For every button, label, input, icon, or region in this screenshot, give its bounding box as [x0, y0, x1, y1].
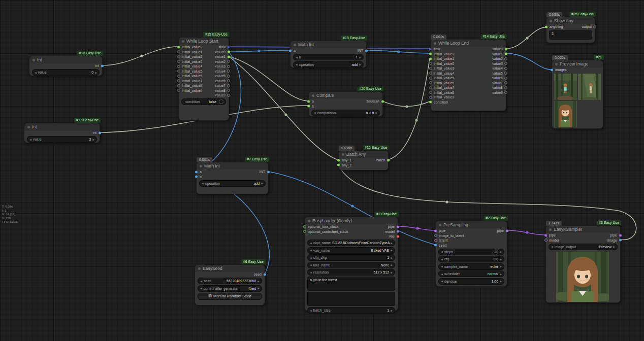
- node-int-18[interactable]: #18 Easy Use Int int ◀value0▶: [29, 56, 103, 76]
- output-port[interactable]: [504, 86, 507, 89]
- node-title-bar[interactable]: Preview Image: [552, 60, 603, 67]
- node-title-bar[interactable]: EasyKSampler: [546, 226, 620, 233]
- decrement-arrow-icon[interactable]: ◀: [310, 309, 312, 312]
- decrement-arrow-icon[interactable]: ◀: [441, 250, 443, 253]
- pipe-output-port[interactable]: [619, 234, 622, 236]
- model-input-port[interactable]: [544, 238, 548, 242]
- output-port[interactable]: [504, 62, 507, 65]
- increment-arrow-icon[interactable]: ▶: [391, 256, 393, 259]
- output-port[interactable]: [267, 170, 270, 173]
- prev-arrow-icon[interactable]: ◀: [551, 245, 553, 248]
- input-port[interactable]: [177, 79, 180, 82]
- seed-widget[interactable]: ◀seed553704893723058▶: [198, 278, 262, 284]
- node-batch-any[interactable]: 0.016s #16 Easy-Use Batch Any any_1batch…: [338, 150, 389, 170]
- node-math-int-19[interactable]: #19 Easy-Use Math Int aINT ◀b1▶ ◀operati…: [290, 41, 367, 68]
- collapse-icon[interactable]: [555, 63, 558, 65]
- input-port[interactable]: [429, 77, 432, 80]
- input-port[interactable]: [177, 60, 180, 63]
- increment-arrow-icon[interactable]: ▶: [391, 309, 393, 312]
- next-arrow-icon[interactable]: ▶: [375, 111, 377, 114]
- seed-input-port[interactable]: [434, 244, 437, 247]
- node-easy-seed[interactable]: #6 Easy-Use EasySeed seed ◀seed553704893…: [195, 264, 265, 305]
- pipe-input-port[interactable]: [434, 229, 437, 232]
- positive-prompt-textarea[interactable]: a girl in the forest: [307, 277, 395, 291]
- input-port[interactable]: [429, 62, 432, 65]
- node-pre-sampling[interactable]: #2 Easy Use PreSampling pipepipe image_t…: [435, 221, 507, 287]
- input-port[interactable]: [177, 46, 180, 48]
- cfg-widget[interactable]: ◀cfg8.0▶: [438, 256, 504, 262]
- output-port[interactable]: [504, 57, 507, 60]
- collapse-icon[interactable]: [198, 267, 201, 270]
- value-widget[interactable]: ◀value0▶: [32, 69, 100, 76]
- output-port[interactable]: [504, 72, 507, 75]
- node-title-bar[interactable]: While Loop End: [431, 40, 506, 47]
- prev-arrow-icon[interactable]: ◀: [314, 111, 316, 114]
- output-port[interactable]: [593, 25, 596, 28]
- sampler-name-widget[interactable]: ◀sampler_nameeuler▶: [438, 263, 504, 270]
- node-title-bar[interactable]: Math Int: [197, 162, 268, 169]
- decrement-arrow-icon[interactable]: ◀: [200, 280, 202, 283]
- next-arrow-icon[interactable]: ▶: [391, 249, 393, 252]
- input-port[interactable]: [195, 170, 198, 173]
- input-port[interactable]: [337, 159, 340, 161]
- vae-output-port[interactable]: [397, 235, 399, 237]
- input-port[interactable]: [289, 49, 292, 52]
- collapse-icon[interactable]: [33, 59, 35, 61]
- next-arrow-icon[interactable]: ▶: [391, 242, 393, 245]
- value-widget[interactable]: ◀value3▶: [27, 136, 97, 143]
- input-port[interactable]: [307, 105, 310, 108]
- input-port[interactable]: [177, 75, 180, 78]
- operation-widget[interactable]: ◀operationadd▶: [293, 61, 364, 68]
- input-port[interactable]: [307, 100, 310, 103]
- node-compare[interactable]: #20 Easy Use Compare aboolean b ◀compari…: [308, 91, 383, 117]
- pipe-output-port[interactable]: [397, 225, 399, 228]
- input-port[interactable]: [177, 50, 180, 53]
- input-port[interactable]: [434, 239, 437, 242]
- output-port[interactable]: [381, 100, 384, 103]
- collapse-icon[interactable]: [200, 165, 202, 167]
- collapse-icon[interactable]: [27, 126, 30, 128]
- input-port[interactable]: [337, 164, 340, 166]
- output-port[interactable]: [227, 89, 230, 92]
- increment-arrow-icon[interactable]: ▶: [359, 56, 361, 59]
- ckpt-name-widget[interactable]: ◀ckpt_nameSD1\2.5D\disneyPixarCartoonTyp…: [307, 240, 395, 246]
- node-preview-image[interactable]: 0.065s #21 Preview Image images: [552, 60, 603, 129]
- increment-arrow-icon[interactable]: ▶: [95, 71, 97, 74]
- increment-arrow-icon[interactable]: ▶: [500, 280, 502, 283]
- input-port[interactable]: [429, 96, 432, 99]
- output-port[interactable]: [387, 159, 390, 161]
- input-port[interactable]: [303, 225, 306, 228]
- pipe-output-port[interactable]: [506, 229, 508, 232]
- model-output-port[interactable]: [397, 230, 399, 233]
- next-arrow-icon[interactable]: ▶: [391, 271, 393, 274]
- next-arrow-icon[interactable]: ▶: [359, 63, 361, 66]
- batch-size-widget[interactable]: ◀batch_size1▶: [307, 307, 395, 314]
- next-arrow-icon[interactable]: ▶: [391, 263, 393, 266]
- output-port[interactable]: [227, 79, 230, 82]
- clip-skip-widget[interactable]: ◀clip_skip-1▶: [307, 254, 395, 261]
- node-title-bar[interactable]: Compare: [309, 92, 382, 99]
- input-port[interactable]: [429, 57, 432, 60]
- decrement-arrow-icon[interactable]: ◀: [296, 56, 298, 59]
- collapse-icon[interactable]: [434, 42, 436, 45]
- collapse-icon[interactable]: [308, 220, 310, 222]
- output-port[interactable]: [227, 60, 230, 63]
- collapse-icon[interactable]: [312, 94, 314, 97]
- input-port[interactable]: [545, 25, 548, 28]
- denoise-widget[interactable]: ◀denoise1.00▶: [438, 278, 504, 285]
- decrement-arrow-icon[interactable]: ◀: [310, 256, 312, 259]
- increment-arrow-icon[interactable]: ▶: [500, 250, 502, 253]
- image-output-widget[interactable]: ◀image_outputPreview▶: [549, 244, 618, 250]
- node-title-bar[interactable]: Show Any: [546, 17, 595, 24]
- collapse-icon[interactable]: [550, 20, 552, 22]
- node-show-any[interactable]: 0.000s #25 Easy-Use Show Any anythingout…: [546, 17, 595, 43]
- int-output-port[interactable]: [101, 64, 104, 67]
- node-title-bar[interactable]: Int: [24, 123, 100, 130]
- pipe-input-port[interactable]: [544, 234, 547, 236]
- input-port[interactable]: [434, 234, 437, 237]
- next-arrow-icon[interactable]: ▶: [500, 272, 502, 276]
- input-port[interactable]: [177, 55, 180, 58]
- lora-name-widget[interactable]: ◀lora_nameNone▶: [307, 262, 395, 268]
- input-port[interactable]: [195, 176, 198, 178]
- output-port[interactable]: [227, 84, 230, 87]
